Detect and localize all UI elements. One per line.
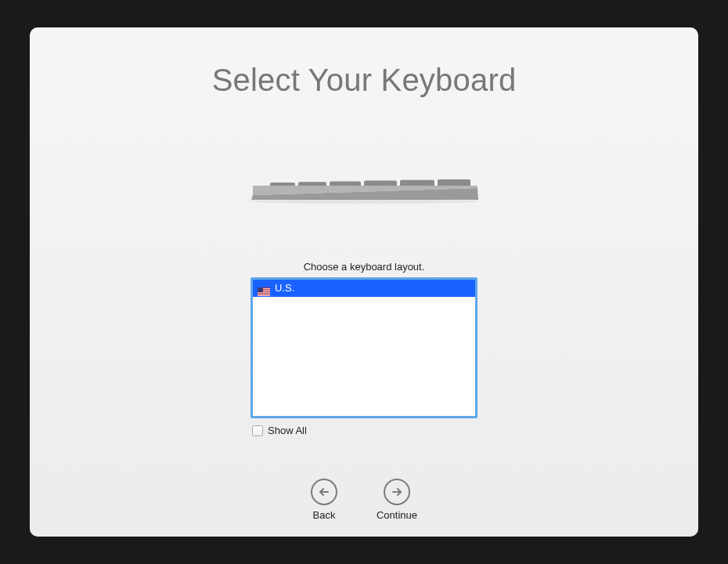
- layout-option-label: U.S.: [275, 280, 294, 297]
- keyboard-layout-listbox[interactable]: U.S.: [250, 277, 478, 418]
- keyboard-layout-selector: Choose a keyboard layout.: [250, 261, 478, 436]
- show-all-row: Show All: [250, 425, 478, 436]
- continue-label: Continue: [377, 509, 417, 521]
- arrow-right-icon: [384, 479, 410, 505]
- show-all-label: Show All: [268, 425, 307, 436]
- svg-rect-13: [258, 293, 270, 294]
- prompt-text: Choose a keyboard layout.: [250, 261, 478, 273]
- svg-rect-15: [258, 287, 263, 292]
- back-button[interactable]: Back: [311, 479, 337, 521]
- svg-point-8: [248, 199, 480, 204]
- show-all-checkbox[interactable]: [252, 425, 263, 436]
- setup-assistant-window: Select Your Keyboard Choose a keyboard l…: [30, 27, 698, 537]
- page-title: Select Your Keyboard: [30, 63, 698, 98]
- back-label: Back: [313, 509, 336, 521]
- navigation-row: Back Continue: [30, 479, 698, 521]
- arrow-left-icon: [311, 479, 337, 505]
- continue-button[interactable]: Continue: [377, 479, 417, 521]
- keyboard-illustration: [247, 168, 481, 215]
- layout-option-us[interactable]: U.S.: [253, 280, 475, 297]
- us-flag-icon: [258, 284, 270, 293]
- svg-rect-14: [258, 295, 270, 296]
